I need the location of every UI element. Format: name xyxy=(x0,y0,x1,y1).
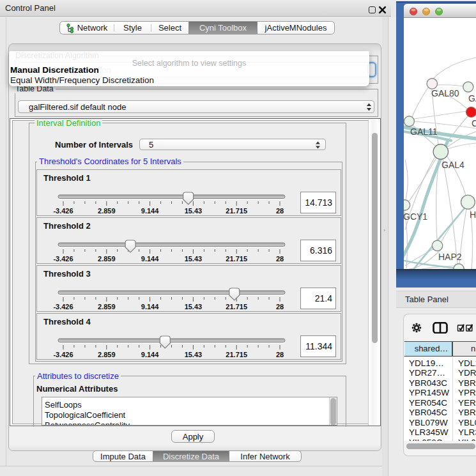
svg-text:15.43: 15.43 xyxy=(185,303,203,311)
svg-text:28: 28 xyxy=(276,351,284,358)
svg-text:2.859: 2.859 xyxy=(98,351,116,358)
svg-text:GAL11: GAL11 xyxy=(410,127,438,137)
svg-text:9.144: 9.144 xyxy=(141,303,159,311)
svg-text:GAL4: GAL4 xyxy=(441,160,464,170)
svg-text:21.715: 21.715 xyxy=(226,255,247,263)
svg-text:21.715: 21.715 xyxy=(226,207,247,215)
svg-text:-3.426: -3.426 xyxy=(53,351,73,358)
svg-text:H: H xyxy=(470,210,476,220)
svg-text:C: C xyxy=(472,118,476,128)
svg-text:2.859: 2.859 xyxy=(98,255,116,263)
svg-text:2.859: 2.859 xyxy=(98,303,116,311)
svg-text:21.715: 21.715 xyxy=(226,351,247,358)
svg-text:28: 28 xyxy=(276,207,284,215)
svg-text:-3.426: -3.426 xyxy=(53,207,73,215)
svg-text:28: 28 xyxy=(276,255,284,263)
svg-text:HAP2: HAP2 xyxy=(438,252,462,262)
svg-text:9.144: 9.144 xyxy=(141,255,159,263)
svg-text:GA: GA xyxy=(468,93,476,104)
svg-text:15.43: 15.43 xyxy=(185,351,203,358)
svg-text:-3.426: -3.426 xyxy=(53,255,73,263)
svg-text:21.715: 21.715 xyxy=(226,303,247,311)
svg-text:9.144: 9.144 xyxy=(141,351,159,358)
svg-text:2.859: 2.859 xyxy=(98,207,116,215)
svg-text:15.43: 15.43 xyxy=(185,255,203,263)
svg-text:15.43: 15.43 xyxy=(185,207,203,215)
svg-text:-3.426: -3.426 xyxy=(53,303,73,311)
svg-text:9.144: 9.144 xyxy=(141,207,159,215)
svg-text:GCY1: GCY1 xyxy=(404,211,427,222)
svg-text:GAL80: GAL80 xyxy=(431,88,459,98)
svg-text:28: 28 xyxy=(276,303,284,311)
